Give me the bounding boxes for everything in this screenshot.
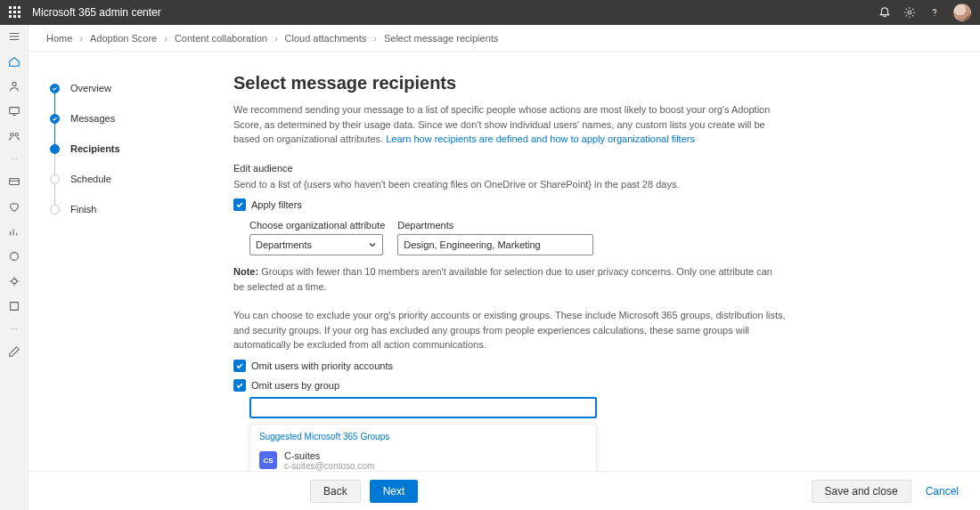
omit-group-label: Omit users by group bbox=[251, 380, 339, 391]
omit-group-checkbox[interactable] bbox=[233, 379, 246, 392]
help-icon[interactable] bbox=[928, 6, 941, 19]
svg-point-4 bbox=[10, 134, 13, 137]
svg-rect-3 bbox=[9, 108, 19, 114]
back-button[interactable]: Back bbox=[310, 480, 361, 503]
group-avatar: CS bbox=[259, 451, 277, 469]
health-icon[interactable] bbox=[8, 200, 20, 213]
org-attribute-label: Choose organizational attribute bbox=[249, 220, 385, 231]
breadcrumb-item[interactable]: Cloud attachments bbox=[285, 33, 367, 44]
edit-audience-heading: Edit audience bbox=[233, 163, 944, 174]
users-icon[interactable] bbox=[8, 80, 20, 93]
breadcrumb: Home › Adoption Score › Content collabor… bbox=[29, 25, 980, 52]
breadcrumb-item[interactable]: Home bbox=[46, 33, 72, 44]
step-label: Recipients bbox=[70, 143, 120, 154]
edit-icon[interactable] bbox=[8, 345, 20, 358]
attribute-note: Note: Groups with fewer than 10 members … bbox=[233, 264, 786, 294]
wizard-steps: Overview Messages Recipients Schedule bbox=[29, 52, 233, 471]
suggestion-name: C-suites bbox=[284, 450, 374, 461]
save-close-button[interactable]: Save and close bbox=[812, 480, 911, 503]
chevron-down-icon bbox=[368, 240, 377, 249]
svg-point-2 bbox=[12, 82, 15, 85]
admin-icon[interactable] bbox=[8, 250, 20, 263]
learn-more-link[interactable]: Learn how recipients are defined and how… bbox=[386, 134, 695, 144]
breadcrumb-item[interactable]: Adoption Score bbox=[90, 33, 157, 44]
intro-text: We recommend sending your message to a l… bbox=[233, 102, 786, 147]
page-title: Select message recipients bbox=[233, 73, 944, 93]
reports-icon[interactable] bbox=[8, 225, 20, 238]
svg-point-1 bbox=[934, 15, 935, 16]
main-content: Select message recipients We recommend s… bbox=[233, 52, 980, 471]
next-button[interactable]: Next bbox=[370, 480, 419, 503]
breadcrumb-item[interactable]: Content collaboration bbox=[175, 33, 267, 44]
step-recipients[interactable]: Recipients bbox=[50, 134, 219, 164]
apply-filters-checkbox[interactable] bbox=[233, 198, 246, 211]
nav-icon[interactable] bbox=[8, 300, 20, 312]
top-app-bar: Microsoft 365 admin center bbox=[0, 0, 980, 25]
chevron-right-icon: › bbox=[79, 33, 83, 44]
menu-icon[interactable] bbox=[8, 30, 20, 43]
svg-point-0 bbox=[908, 11, 911, 14]
settings-icon[interactable] bbox=[903, 6, 916, 19]
step-overview[interactable]: Overview bbox=[50, 73, 219, 103]
step-label: Schedule bbox=[70, 174, 111, 184]
step-messages[interactable]: Messages bbox=[50, 103, 219, 134]
step-schedule[interactable]: Schedule bbox=[50, 164, 219, 194]
departments-input[interactable]: Design, Engineering, Marketing bbox=[397, 234, 593, 255]
left-nav-rail: ⋯ ⋯ bbox=[0, 25, 29, 510]
group-suggestions-dropdown: Suggested Microsoft 365 Groups CS C-suit… bbox=[249, 424, 597, 472]
step-finish[interactable]: Finish bbox=[50, 194, 219, 224]
breadcrumb-item: Select message recipients bbox=[384, 33, 498, 44]
step-label: Overview bbox=[70, 83, 111, 93]
suggestions-heading: Suggested Microsoft 365 Groups bbox=[250, 432, 596, 447]
svg-rect-6 bbox=[9, 179, 19, 185]
groups-icon[interactable] bbox=[8, 130, 20, 142]
suggestion-email: c-suites@contoso.com bbox=[284, 461, 374, 471]
app-launcher-icon[interactable] bbox=[9, 6, 21, 19]
exclude-intro: You can choose to exclude your org's pri… bbox=[233, 308, 786, 352]
setup-icon[interactable] bbox=[8, 275, 20, 287]
wizard-footer: Back Next Save and close Cancel bbox=[29, 471, 980, 510]
omit-priority-label: Omit users with priority accounts bbox=[251, 360, 393, 371]
chevron-right-icon: › bbox=[274, 33, 278, 44]
svg-point-8 bbox=[12, 279, 16, 283]
user-avatar[interactable] bbox=[953, 4, 971, 21]
org-attribute-select[interactable]: Departments bbox=[249, 234, 383, 255]
devices-icon[interactable] bbox=[8, 105, 20, 117]
step-label: Finish bbox=[70, 204, 96, 215]
group-search-input[interactable] bbox=[249, 397, 597, 418]
svg-point-7 bbox=[10, 253, 18, 261]
home-icon[interactable] bbox=[8, 55, 20, 68]
edit-audience-desc: Send to a list of {users who haven't bee… bbox=[233, 177, 786, 192]
app-title: Microsoft 365 admin center bbox=[32, 6, 161, 19]
rail-separator: ⋯ bbox=[11, 155, 18, 163]
chevron-right-icon: › bbox=[373, 33, 377, 44]
cancel-link[interactable]: Cancel bbox=[926, 485, 959, 498]
omit-priority-checkbox[interactable] bbox=[233, 360, 246, 372]
rail-separator: ⋯ bbox=[11, 325, 18, 333]
svg-point-5 bbox=[14, 134, 18, 137]
apply-filters-label: Apply filters bbox=[251, 199, 302, 210]
departments-label: Departments bbox=[397, 220, 593, 231]
notifications-icon[interactable] bbox=[878, 6, 891, 19]
chevron-right-icon: › bbox=[164, 33, 167, 44]
billing-icon[interactable] bbox=[8, 175, 20, 188]
suggestion-item[interactable]: CS C-suites c-suites@contoso.com bbox=[250, 447, 596, 472]
step-label: Messages bbox=[70, 113, 115, 124]
